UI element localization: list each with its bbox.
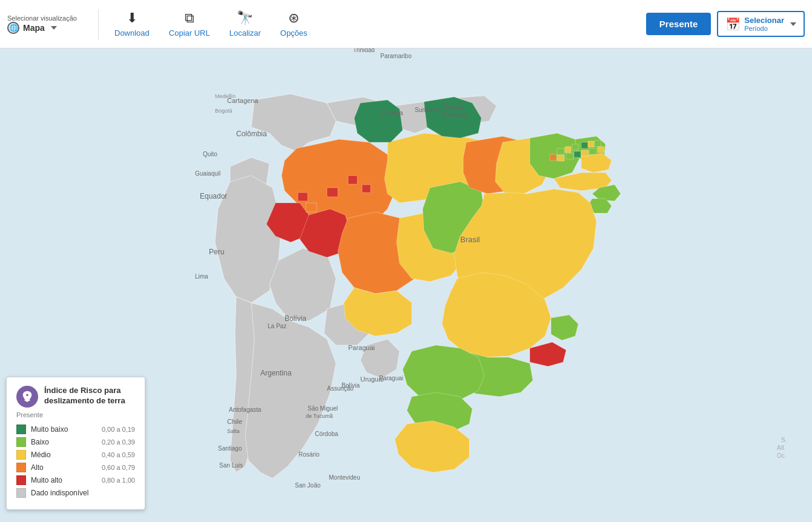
toolbar-divider-1: [98, 9, 99, 39]
svg-text:Montevideu: Montevideu: [329, 474, 360, 481]
svg-text:Lima: Lima: [195, 273, 208, 280]
legend-color-swatch: [16, 437, 26, 447]
svg-text:Trinidad: Trinidad: [353, 48, 375, 53]
svg-text:São Miguel: São Miguel: [308, 405, 338, 412]
viz-selector-value[interactable]: 🌐 Mapa: [7, 22, 57, 34]
presente-button[interactable]: Presente: [646, 13, 711, 35]
legend-item: Médio 0,40 a 0,59: [16, 450, 135, 460]
legend-item-range: 0,80 a 1,00: [102, 477, 135, 484]
svg-rect-4: [581, 142, 588, 148]
svg-text:Paramaribo: Paramaribo: [380, 53, 412, 59]
legend-title-text: Índice de Risco para deslizamento de ter…: [44, 386, 135, 406]
svg-text:Colômbia: Colômbia: [236, 130, 267, 138]
legend-item-left: Médio: [16, 450, 51, 460]
download-button[interactable]: ⬇ Download: [105, 5, 159, 42]
copy-url-label: Copiar URL: [169, 28, 210, 38]
legend-items: Muito baixo 0,00 a 0,19 Baixo 0,20 a 0,3…: [16, 425, 135, 498]
svg-text:Bogotá: Bogotá: [215, 108, 233, 114]
legend-header: Índice de Risco para deslizamento de ter…: [16, 386, 135, 408]
legend-item-range: 0,60 a 0,79: [102, 464, 135, 471]
chevron-down-icon: [51, 26, 57, 30]
options-icon: ⊛: [288, 10, 299, 26]
svg-text:Francesa: Francesa: [442, 111, 467, 118]
svg-rect-15: [348, 176, 357, 184]
svg-text:Paraguai: Paraguai: [348, 344, 375, 351]
svg-text:Chile: Chile: [227, 418, 242, 425]
toolbar: Selecionar visualização 🌐 Mapa ⬇ Downloa…: [0, 0, 812, 48]
locate-icon: 🔭: [237, 10, 253, 26]
svg-text:Quito: Quito: [203, 151, 217, 157]
svg-rect-6: [595, 140, 601, 147]
viz-selector[interactable]: Selecionar visualização 🌐 Mapa: [7, 15, 80, 34]
svg-text:Peru: Peru: [209, 248, 224, 256]
svg-text:Atl.: Atl.: [777, 444, 785, 451]
legend-period: Presente: [16, 411, 135, 418]
legend-item-label: Baixo: [31, 438, 49, 446]
legend-item-label: Muito baixo: [31, 425, 68, 434]
svg-text:Equador: Equador: [200, 192, 227, 200]
svg-rect-1: [557, 148, 564, 154]
svg-text:Córdoba: Córdoba: [315, 431, 338, 437]
svg-text:S.: S.: [781, 437, 787, 443]
options-label: Opções: [280, 28, 308, 38]
svg-rect-7: [550, 154, 556, 160]
svg-rect-8: [557, 155, 564, 161]
download-icon: ⬇: [127, 10, 137, 26]
svg-text:Guiana: Guiana: [381, 109, 403, 116]
map-container[interactable]: Colômbia Equador Peru Bolívia Paraguai U…: [0, 48, 812, 522]
legend-item-range: 0,40 a 0,59: [102, 451, 135, 458]
svg-rect-18: [298, 193, 308, 201]
svg-text:de Tucumã: de Tucumã: [306, 413, 333, 419]
copy-url-button[interactable]: ⧉ Copiar URL: [159, 5, 220, 42]
legend-item-label: Muito alto: [31, 476, 62, 484]
legend-icon: [16, 386, 38, 408]
period-selector-sublabel: Período: [744, 25, 784, 32]
svg-text:Argentina: Argentina: [260, 369, 292, 377]
calendar-icon: 📅: [725, 17, 741, 31]
svg-rect-11: [581, 150, 589, 156]
locate-label: Localizar: [229, 28, 261, 38]
svg-rect-16: [362, 185, 371, 193]
svg-text:San João: San João: [295, 482, 321, 489]
legend-item-label: Médio: [31, 451, 51, 459]
download-label: Download: [114, 28, 150, 38]
svg-rect-14: [327, 188, 338, 197]
legend-color-swatch: [16, 450, 26, 460]
period-selector[interactable]: 📅 Selecionar Período: [717, 11, 805, 37]
legend-item-left: Dado indisponível: [16, 488, 88, 498]
legend-item: Baixo 0,20 a 0,39: [16, 437, 135, 447]
toolbar-right: Presente 📅 Selecionar Período: [646, 11, 805, 37]
viz-selector-map-label: Mapa: [23, 23, 45, 33]
svg-text:Suriname: Suriname: [415, 107, 441, 113]
svg-text:Santiago: Santiago: [218, 445, 242, 452]
legend-item-left: Baixo: [16, 437, 49, 447]
legend-item-left: Muito alto: [16, 475, 62, 485]
svg-text:Bolívia: Bolívia: [342, 382, 360, 389]
options-button[interactable]: ⊛ Opções: [271, 5, 317, 42]
legend-color-swatch: [16, 475, 26, 485]
legend-color-swatch: [16, 425, 26, 434]
svg-text:Rosário: Rosário: [299, 451, 320, 458]
legend-color-swatch: [16, 463, 26, 472]
legend-item: Muito alto 0,80 a 1,00: [16, 475, 135, 485]
svg-rect-5: [588, 141, 594, 147]
svg-text:Bolívia: Bolívia: [285, 314, 306, 323]
globe-icon: 🌐: [7, 22, 19, 34]
legend-item-range: 0,00 a 0,19: [102, 426, 135, 433]
svg-text:Guaiaquil: Guaiaquil: [195, 170, 220, 177]
svg-text:Paraguai: Paraguai: [379, 375, 403, 382]
viz-selector-label: Selecionar visualização: [7, 15, 77, 22]
locate-button[interactable]: 🔭 Localizar: [220, 5, 271, 42]
legend-item-label: Dado indisponível: [31, 489, 88, 497]
svg-rect-2: [565, 147, 571, 153]
svg-text:Salta: Salta: [227, 428, 240, 434]
svg-text:Medellín: Medellín: [215, 93, 236, 99]
svg-rect-13: [598, 147, 604, 153]
svg-text:San Luis: San Luis: [219, 462, 243, 469]
period-selector-label: Selecionar: [744, 16, 784, 25]
legend-item: Dado indisponível: [16, 488, 135, 498]
legend-item-range: 0,20 a 0,39: [102, 438, 135, 446]
legend-color-swatch: [16, 488, 26, 498]
legend-item-left: Alto: [16, 463, 44, 472]
svg-rect-17: [306, 203, 317, 212]
